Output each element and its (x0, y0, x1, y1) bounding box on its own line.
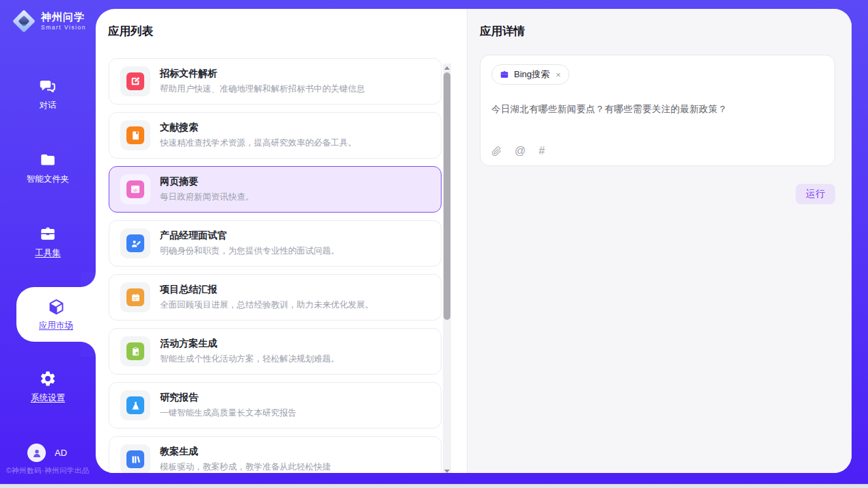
app-icon-tile (120, 390, 150, 420)
sidebar-item-toolbox[interactable]: 工具集 (0, 224, 96, 259)
app-description: 帮助用户快速、准确地理解和解析招标书中的关键信息 (160, 83, 365, 95)
app-list-panel: 应用列表 招标文件解析 帮助用户快速、准确地理解和解析招标书中的关键信息 (96, 9, 467, 473)
app-list: 招标文件解析 帮助用户快速、准确地理解和解析招标书中的关键信息 文献搜索 快速精… (109, 58, 442, 473)
active-pill-notch-top (81, 272, 96, 287)
app-name: 研究报告 (160, 392, 297, 404)
bottom-edge-strip (0, 484, 868, 488)
hash-icon[interactable]: # (539, 145, 545, 157)
chip-close-icon[interactable]: × (556, 70, 561, 80)
chat-icon (39, 77, 57, 95)
user-initials: AD (55, 448, 67, 458)
app-icon-tile (120, 120, 150, 150)
app-icon-tile (120, 444, 150, 473)
active-pill-notch-bottom (81, 342, 96, 357)
user-account[interactable]: AD (27, 444, 67, 462)
brand-diamond-icon (12, 10, 36, 33)
app-card-event-plan[interactable]: 活动方案生成 智能生成个性化活动方案，轻松解决规划难题。 (109, 328, 442, 375)
app-description: 每日政府新闻资讯快查。 (160, 191, 254, 203)
app-icon-tile (120, 282, 150, 312)
app-icon-tile (120, 228, 150, 258)
main-panel: 应用列表 招标文件解析 帮助用户快速、准确地理解和解析招标书中的关键信息 (96, 9, 852, 473)
books-icon (126, 450, 144, 468)
app-description: 模板驱动，教案秒成，教学准备从此轻松快捷 (160, 461, 331, 473)
app-name: 活动方案生成 (160, 338, 340, 350)
gear-icon (39, 369, 57, 388)
app-card-research-report[interactable]: 研究报告 一键智能生成高质量长文本研究报告 (109, 382, 442, 429)
app-name: 教案生成 (160, 446, 331, 458)
scrollbar-down-arrow[interactable] (443, 467, 451, 473)
avatar (27, 444, 46, 462)
app-list-scrollbar (443, 64, 451, 473)
sidebar-item-label: 应用市场 (39, 320, 73, 331)
app-card-literature-search[interactable]: 文献搜索 快速精准查找学术资源，提高研究效率的必备工具。 (109, 112, 442, 159)
app-name: 文献搜索 (160, 122, 357, 134)
scrollbar-up-arrow[interactable] (443, 64, 451, 72)
app-card-bid-document-parsing[interactable]: 招标文件解析 帮助用户快速、准确地理解和解析招标书中的关键信息 (109, 58, 442, 105)
app-list-title: 应用列表 (108, 24, 467, 39)
scrollbar-thumb[interactable] (444, 72, 450, 320)
app-card-project-summary[interactable]: 项目总结汇报 全面回顾项目进展，总结经验教训，助力未来优化发展。 (109, 274, 442, 321)
prompt-card: Bing搜索 × 今日湖北有哪些新闻要点？有哪些需要关注的最新政策？ @ # (480, 55, 835, 166)
sidebar-item-chat[interactable]: 对话 (0, 77, 96, 111)
calendar-note-icon (126, 288, 144, 306)
brand-name: 神州问学 (41, 12, 86, 23)
copyright-footer: ©神州数码·神州问学出品 (0, 466, 96, 476)
cube-icon (47, 297, 66, 316)
sidebar-item-label: 智能文件夹 (27, 174, 70, 185)
book-icon (126, 126, 144, 144)
app-description: 明确身份和职责，为您提供专业性的面试问题。 (160, 245, 340, 257)
sidebar-item-label: 系统设置 (31, 392, 65, 404)
app-icon-tile (120, 66, 150, 96)
sidebar-item-label: 工具集 (35, 247, 61, 259)
clipboard-check-icon (126, 342, 144, 360)
browser-code-icon (126, 180, 144, 198)
app-logo[interactable]: 神州问学 Smart Vision (12, 10, 86, 33)
sidebar-item-label: 对话 (40, 100, 57, 111)
sidebar: 神州问学 Smart Vision 对话 智能文件夹 工具集 (0, 0, 96, 488)
interviewer-icon (126, 234, 144, 252)
app-description: 全面回顾项目进展，总结经验教训，助力未来优化发展。 (160, 299, 374, 311)
app-card-pm-interviewer[interactable]: 产品经理面试官 明确身份和职责，为您提供专业性的面试问题。 (109, 220, 442, 267)
run-button[interactable]: 运行 (796, 184, 835, 204)
research-flask-icon (126, 396, 144, 414)
app-description: 智能生成个性化活动方案，轻松解决规划难题。 (160, 353, 340, 365)
tool-chip-bing-search[interactable]: Bing搜索 × (491, 64, 569, 85)
sidebar-item-settings[interactable]: 系统设置 (0, 369, 96, 404)
app-name: 招标文件解析 (160, 68, 365, 80)
app-card-lesson-plan[interactable]: 教案生成 模板驱动，教案秒成，教学准备从此轻松快捷 (109, 436, 442, 473)
briefcase-icon (500, 70, 509, 79)
prompt-toolbar: @ # (491, 119, 824, 157)
app-icon-tile (120, 336, 150, 366)
toolbox-icon (39, 224, 57, 243)
app-description: 一键智能生成高质量长文本研究报告 (160, 407, 297, 419)
pen-square-icon (126, 72, 144, 90)
at-icon[interactable]: @ (515, 145, 526, 157)
app-icon-tile (120, 174, 150, 204)
tool-chip-label: Bing搜索 (514, 68, 550, 81)
app-detail-title: 应用详情 (480, 24, 852, 39)
app-name: 项目总结汇报 (160, 284, 374, 296)
brand-subtitle: Smart Vision (41, 25, 86, 31)
app-detail-panel: 应用详情 Bing搜索 × 今日湖北有哪些新闻要点？有哪些需要关注的最新政策？ … (467, 9, 852, 473)
app-name: 网页摘要 (160, 176, 254, 188)
paperclip-icon[interactable] (491, 146, 502, 157)
app-description: 快速精准查找学术资源，提高研究效率的必备工具。 (160, 137, 357, 149)
sidebar-item-app-market-active[interactable]: 应用市场 (16, 287, 96, 342)
folder-icon (39, 150, 57, 169)
app-card-web-summary-selected[interactable]: 网页摘要 每日政府新闻资讯快查。 (109, 166, 442, 213)
sidebar-item-smart-folder[interactable]: 智能文件夹 (0, 150, 96, 185)
query-text[interactable]: 今日湖北有哪些新闻要点？有哪些需要关注的最新政策？ (491, 103, 824, 116)
app-name: 产品经理面试官 (160, 230, 340, 242)
